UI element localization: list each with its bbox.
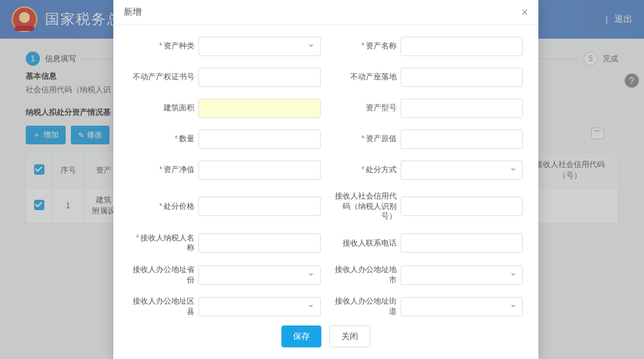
- dispose-method-select[interactable]: [401, 160, 523, 180]
- label-asset-type: 资产种类: [164, 41, 194, 50]
- location-input[interactable]: [401, 68, 523, 87]
- save-button[interactable]: 保存: [281, 325, 321, 347]
- label-area: 建筑面积: [164, 103, 194, 112]
- qty-input[interactable]: [198, 130, 321, 149]
- addr-prov-select[interactable]: [198, 266, 321, 285]
- label-dispose-price: 处分价格: [164, 202, 194, 211]
- receiver-name-input[interactable]: [198, 233, 321, 253]
- net-value-input[interactable]: [198, 160, 321, 180]
- label-net-value: 资产净值: [164, 165, 194, 174]
- label-qty: 数量: [179, 134, 194, 143]
- receiver-phone-input[interactable]: [401, 233, 523, 253]
- model-input[interactable]: [401, 99, 523, 118]
- label-addr-county: 接收人办公地址区县: [133, 296, 194, 316]
- modal-header: 新增 ×: [113, 0, 538, 25]
- modal-body: *资产种类 *资产名称 不动产产权证书号 不动产座落地 建筑面积 资产型号: [113, 25, 538, 318]
- area-input[interactable]: [198, 99, 321, 118]
- add-modal: 新增 × *资产种类 *资产名称 不动产产权证书号 不动产座落地 建筑面积: [113, 0, 538, 359]
- cert-no-input[interactable]: [198, 68, 321, 87]
- orig-value-input[interactable]: [401, 130, 523, 149]
- asset-name-input[interactable]: [401, 37, 523, 56]
- label-location: 不动产座落地: [350, 72, 397, 81]
- addr-county-select[interactable]: [198, 297, 321, 316]
- close-button[interactable]: 关闭: [329, 325, 370, 347]
- label-addr-street: 接收人办公地址街道: [335, 296, 397, 316]
- label-asset-name: 资产名称: [366, 41, 397, 50]
- modal-title: 新增: [124, 6, 142, 18]
- receiver-tax-id-input[interactable]: [401, 197, 523, 216]
- modal-footer: 保存 关闭: [113, 318, 538, 359]
- asset-type-select[interactable]: [198, 37, 321, 56]
- label-receiver-phone: 接收人联系电话: [343, 238, 397, 247]
- label-addr-city: 接收人办公地址地市: [335, 265, 397, 284]
- label-receiver-name: 接收人纳税人名称: [140, 233, 194, 253]
- label-dispose-method: 处分方式: [366, 165, 397, 174]
- label-receiver-tax-id: 接收人社会信用代码（纳税人识别号）: [335, 191, 397, 220]
- label-addr-prov: 接收人办公地址省份: [133, 265, 194, 284]
- dispose-price-input[interactable]: [198, 197, 321, 216]
- addr-street-select[interactable]: [401, 297, 523, 316]
- addr-city-select[interactable]: [401, 266, 523, 285]
- label-cert-no: 不动产产权证书号: [133, 72, 194, 81]
- close-icon[interactable]: ×: [521, 6, 528, 18]
- label-model: 资产型号: [366, 103, 397, 112]
- label-orig-value: 资产原值: [366, 134, 397, 143]
